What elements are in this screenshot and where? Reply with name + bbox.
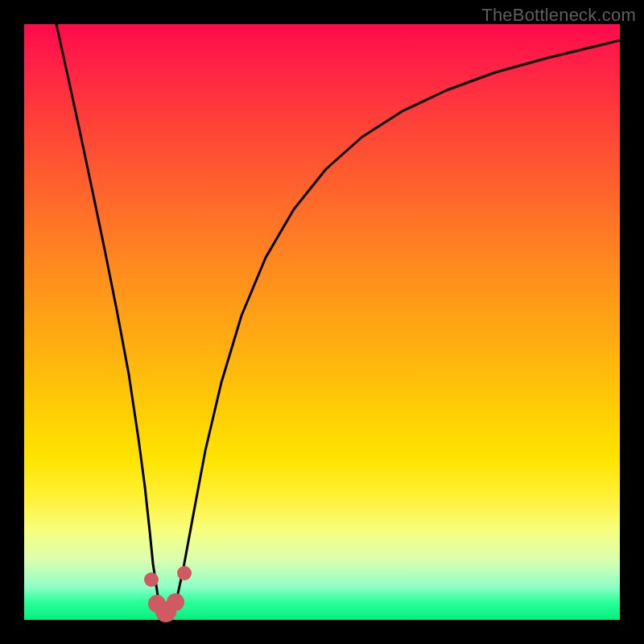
outer-frame: TheBottleneck.com	[0, 0, 644, 644]
valley-bottom-r	[167, 593, 184, 611]
valley-left	[144, 572, 159, 587]
chart-svg	[24, 24, 620, 620]
plot-area	[24, 24, 620, 620]
watermark-text: TheBottleneck.com	[481, 5, 636, 26]
valley-markers	[144, 566, 192, 622]
bottleneck-curve	[56, 24, 620, 616]
valley-right	[177, 566, 192, 580]
